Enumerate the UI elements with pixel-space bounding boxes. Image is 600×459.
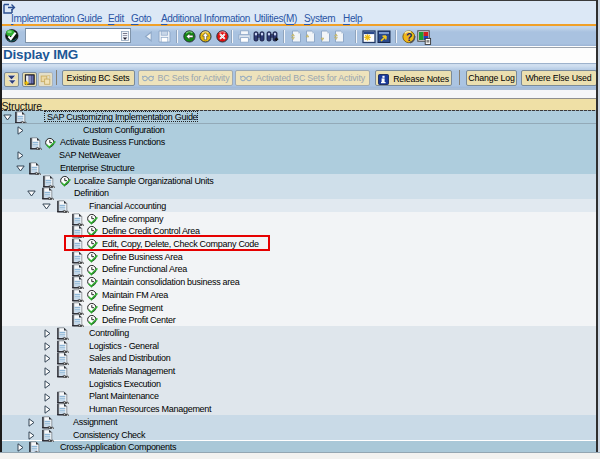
svg-text:?: ? bbox=[405, 30, 411, 42]
